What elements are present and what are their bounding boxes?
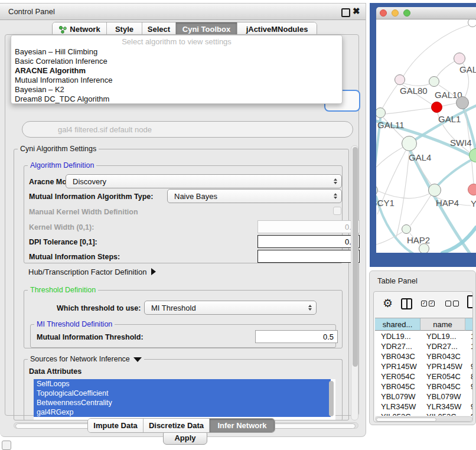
network-canvas[interactable]: GALGAL80GAL10GAL1GAL11GAL4SWI4GCY1HAP4YH… [376, 19, 476, 253]
network-node[interactable] [431, 102, 442, 113]
aracne-mode-combo[interactable]: Discovery [66, 174, 342, 188]
mi-threshold-group: MI Threshold Definition Mutual Informati… [30, 324, 336, 348]
column-header-label: A [472, 320, 473, 329]
settings-vertical-scrollbar[interactable] [351, 145, 358, 420]
checked-checkbox-icon[interactable]: ✓ [421, 301, 427, 306]
network-node[interactable] [456, 96, 469, 109]
network-node[interactable] [402, 224, 411, 234]
table-panel-window: Table Panel ⚙ ✓ ✓ shared... name A YDL19… [369, 270, 476, 425]
tab-infer-network[interactable]: Infer Network [210, 419, 275, 432]
scrollbar-thumb[interactable] [376, 418, 436, 422]
tab-label: Cyni Toolbox [182, 25, 230, 34]
which-threshold-combo[interactable]: MI Threshold [144, 301, 317, 315]
tab-label: Infer Network [217, 421, 266, 430]
table-row[interactable]: YDL19...YDL19...13 [376, 331, 473, 341]
table-row[interactable]: YLR345WYLR345W9. [376, 402, 473, 412]
table-row[interactable]: YPR145WYPR145W9. [376, 361, 473, 371]
manual-kernel-checkbox[interactable] [333, 207, 341, 215]
network-node[interactable] [395, 74, 405, 85]
table-data-combo[interactable]: gal4 filtered.sif default node [22, 121, 353, 138]
node-label: GAL80 [400, 86, 428, 96]
group-title: Cyni Algorithm Settings [18, 145, 99, 153]
dropdown-item[interactable]: Basic Correlation Inference [15, 57, 107, 66]
checked-checkbox-icon[interactable]: ✓ [429, 301, 435, 306]
cyni-algorithm-settings-group: Cyni Algorithm Settings Algorithm Defini… [14, 149, 349, 420]
table-data-combo-value: gal4 filtered.sif default node [58, 125, 152, 134]
tab-impute-data[interactable]: Impute Data [88, 419, 144, 432]
expanded-arrow-icon [133, 357, 142, 362]
network-window-titlebar[interactable] [376, 7, 476, 19]
list-item[interactable]: BetweennessCentrality [34, 398, 331, 407]
which-threshold-label: Which threshold to use: [57, 304, 141, 312]
table-row[interactable]: YBR043CYBR043C [376, 351, 473, 361]
node-label: GAL4 [409, 152, 431, 162]
scrollbar-thumb[interactable] [353, 147, 358, 367]
kernel-width-label: Kernel Width (0,1): [29, 223, 94, 231]
mi-threshold-label: Mutual Information Threshold: [37, 333, 144, 341]
list-scrollbar[interactable] [329, 381, 334, 416]
zoom-traffic-light-icon[interactable] [403, 9, 410, 17]
table-row[interactable]: YIL052CYIL052C9. [376, 412, 473, 416]
column-header-label: name [433, 320, 452, 329]
stepper-arrows-icon [334, 193, 337, 199]
sources-toggle[interactable]: Sources for Network Inference [28, 355, 144, 363]
table-row[interactable]: YDR27...YDR27...12 [376, 341, 473, 351]
network-node[interactable] [454, 53, 465, 64]
node-label: GAL [459, 64, 476, 74]
table-row[interactable]: YER054CYER054C8. [376, 371, 473, 381]
node-label: GAL11 [377, 120, 405, 130]
dropdown-item-selected[interactable]: ARACNE Algorithm [15, 66, 86, 76]
dropdown-item[interactable]: Bayesian – K2 [15, 85, 64, 94]
data-attributes-list: SelfLoops TopologicalCoefficient Between… [34, 379, 335, 420]
floating-panel-icon[interactable] [2, 441, 11, 450]
mi-algorithm-type-combo[interactable]: Naive Bayes [167, 189, 342, 203]
gear-icon[interactable]: ⚙ [383, 296, 393, 310]
network-node[interactable] [429, 76, 439, 87]
table-horizontal-scrollbar[interactable] [375, 416, 472, 422]
network-node[interactable] [468, 184, 476, 195]
network-node[interactable] [468, 19, 476, 27]
node-label: SWI4 [450, 138, 472, 148]
dropdown-item[interactable]: Dream8 DC_TDC Algorithm [15, 94, 109, 104]
tab-discretize-data[interactable]: Discretize Data [144, 419, 210, 432]
data-attributes-label: Data Attributes [29, 367, 81, 376]
list-item[interactable]: SelfLoops [34, 379, 331, 389]
list-item[interactable]: gal4RGexp [34, 407, 331, 417]
tab-label: Network [70, 25, 100, 34]
node-label: Y [471, 198, 476, 208]
dpi-tolerance-label: DPI Tolerance [0,1]: [29, 238, 97, 246]
column-header-name[interactable]: name [420, 318, 465, 331]
node-label: GAL1 [438, 114, 461, 124]
table-panel-content: ⚙ ✓ ✓ shared... name A YDL19...YDL19...1… [373, 291, 473, 422]
algorithm-dropdown: Select algorithm to view settings Bayesi… [11, 35, 343, 104]
panel-title: Control Panel [8, 7, 55, 16]
dropdown-item[interactable]: Bayesian – Hill Climbing [15, 47, 97, 57]
unchecked-checkbox-icon[interactable] [445, 301, 451, 306]
list-item[interactable]: TopologicalCoefficient [34, 389, 331, 398]
mi-steps-field[interactable] [257, 250, 360, 263]
close-traffic-light-icon[interactable] [380, 9, 387, 17]
threshold-definition-group: Threshold Definition Which threshold to … [24, 290, 343, 348]
network-node[interactable] [402, 136, 417, 151]
table-row[interactable]: YBL079WYBL079W [376, 392, 473, 402]
hub-definition-toggle[interactable]: Hub/Transcription Factor Definition [28, 268, 156, 276]
apply-label: Apply [174, 433, 195, 442]
close-icon[interactable]: ✖ [353, 6, 360, 17]
stepper-arrows-icon [308, 305, 312, 311]
column-header-partial[interactable]: A [465, 318, 473, 331]
column-header-shared[interactable]: shared... [375, 318, 420, 331]
unchecked-checkbox-icon[interactable] [453, 301, 459, 306]
mi-threshold-field[interactable] [255, 330, 338, 343]
table-row[interactable]: YBR045CYBR045C9. [376, 381, 473, 392]
control-panel-titlebar: Control Panel ✖ [0, 4, 366, 20]
dpi-tolerance-field[interactable] [257, 235, 360, 248]
minimize-traffic-light-icon[interactable] [392, 9, 399, 17]
network-node[interactable] [419, 243, 429, 253]
kernel-width-field[interactable] [257, 220, 360, 233]
split-columns-icon[interactable] [401, 298, 412, 309]
document-icon[interactable] [467, 295, 473, 308]
float-window-icon[interactable] [341, 8, 350, 17]
dropdown-item[interactable]: Mutual Information Inference [15, 76, 112, 85]
network-icon [58, 25, 67, 34]
network-node[interactable] [428, 184, 441, 197]
